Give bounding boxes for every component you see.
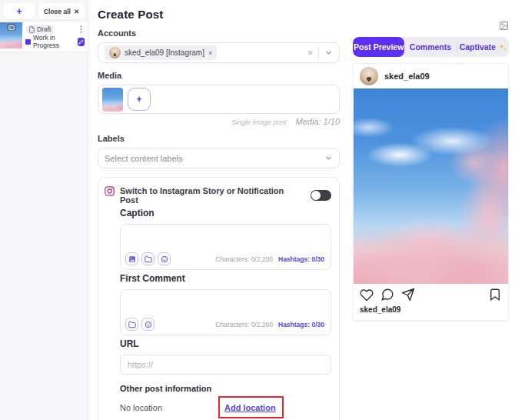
- sidebar-toolbar: + Close all ✕: [3, 3, 85, 19]
- sparkle-icon: [498, 43, 507, 52]
- status-color-swatch: [25, 39, 31, 45]
- instagram-icon: [105, 186, 115, 196]
- drafts-sidebar: + Close all ✕: [0, 0, 88, 420]
- document-icon: [29, 26, 35, 33]
- preview-footer-username: sked_ela09: [354, 305, 508, 320]
- create-post-panel: Create Post Accounts sked_ela09 [Instagr…: [88, 0, 347, 420]
- first-comment-characters-count: Characters: 0/2,200: [215, 321, 273, 328]
- location-status: No location: [120, 403, 218, 412]
- draft-type-label: Draft: [37, 25, 51, 33]
- media-tray: +: [98, 85, 340, 114]
- comment-icon[interactable]: [380, 288, 394, 302]
- labels-placeholder: Select content labels: [105, 154, 183, 163]
- share-icon[interactable]: [401, 288, 415, 302]
- draft-thumbnail[interactable]: [0, 22, 22, 48]
- folder-icon: [128, 321, 136, 328]
- draft-status-label: Work in Progress: [33, 34, 75, 49]
- media-thumbnail[interactable]: [102, 88, 123, 112]
- labels-label: Labels: [98, 134, 340, 143]
- close-all-button[interactable]: Close all ✕: [38, 3, 85, 19]
- new-post-button[interactable]: +: [3, 3, 35, 19]
- content-labels-select[interactable]: Select content labels: [98, 148, 340, 168]
- draft-type-pill: Draft: [25, 25, 55, 34]
- emoji-icon: [145, 321, 152, 328]
- add-media-button[interactable]: +: [128, 88, 151, 111]
- chevron-down-icon: [324, 154, 333, 162]
- app: + Close all ✕: [0, 0, 515, 420]
- emoji-button[interactable]: [141, 318, 154, 331]
- image-icon: [128, 255, 136, 263]
- plus-icon: +: [136, 94, 141, 105]
- instagram-post-preview: sked_ela09 sked_ela09: [353, 63, 509, 321]
- preview-image-icon[interactable]: [499, 21, 509, 31]
- story-switch-toggle[interactable]: [311, 190, 331, 201]
- preview-username: sked_ela09: [384, 72, 430, 81]
- caption-label: Caption: [120, 208, 331, 218]
- close-icon: ✕: [74, 8, 79, 15]
- accounts-select[interactable]: sked_ela09 [Instagram] × ×: [98, 42, 340, 63]
- first-comment-hashtags-count: Hashtags: 0/30: [278, 321, 324, 328]
- edit-draft-button[interactable]: [78, 38, 85, 46]
- chevron-down-icon[interactable]: [324, 48, 333, 57]
- pencil-icon: [78, 39, 84, 45]
- emoji-button[interactable]: [158, 252, 171, 265]
- first-comment-textarea[interactable]: Characters: 0/2,200 Hashtags: 0/30: [120, 289, 331, 335]
- preview-avatar: [360, 67, 378, 85]
- other-post-info-label: Other post information: [120, 384, 331, 393]
- first-comment-label: First Comment: [120, 273, 331, 284]
- single-image-note: Single image post: [231, 118, 287, 126]
- url-label: URL: [120, 338, 331, 349]
- emoji-icon: [161, 255, 168, 263]
- accounts-label: Accounts: [98, 28, 340, 38]
- plus-icon: +: [16, 5, 22, 17]
- preview-tabs: Post Preview Comments Captivate: [353, 37, 509, 57]
- preview-panel: Post Preview Comments Captivate sked_ela…: [347, 0, 515, 420]
- account-tag-label: sked_ela09 [Instagram]: [125, 48, 204, 57]
- remove-account-icon[interactable]: ×: [208, 49, 212, 57]
- caption-textarea[interactable]: Characters: 0/2,200 Hashtags: 0/30: [120, 224, 331, 270]
- account-avatar: [109, 47, 121, 58]
- save-icon[interactable]: [488, 288, 502, 302]
- account-tag: sked_ela09 [Instagram] ×: [105, 45, 217, 60]
- draft-menu-button[interactable]: [78, 25, 85, 33]
- insert-media-button[interactable]: [125, 252, 138, 265]
- tab-post-preview[interactable]: Post Preview: [353, 37, 404, 57]
- add-location-link[interactable]: Add location: [224, 403, 276, 412]
- select-divider: [318, 47, 319, 59]
- location-row: No location Add location: [120, 395, 331, 420]
- caption-hashtags-count: Hashtags: 0/30: [278, 255, 324, 263]
- folder-icon: [145, 255, 152, 263]
- preview-photo: [354, 88, 508, 284]
- network-tab-column: [98, 178, 120, 420]
- kebab-menu-icon: [78, 25, 85, 33]
- draft-card-body: Draft Work in Progress: [22, 22, 88, 52]
- instagram-settings-card: Switch to Instagram Story or Notificatio…: [98, 177, 340, 420]
- page-title: Create Post: [98, 8, 340, 21]
- saved-captions-button[interactable]: [141, 252, 154, 265]
- tab-comments[interactable]: Comments: [404, 37, 456, 57]
- media-count: Media: 1/10: [296, 117, 340, 126]
- media-label: Media: [98, 71, 340, 80]
- clear-select-icon[interactable]: ×: [307, 48, 313, 58]
- like-icon[interactable]: [360, 288, 374, 302]
- url-input[interactable]: [120, 355, 331, 375]
- saved-captions-button[interactable]: [125, 318, 138, 331]
- caption-characters-count: Characters: 0/2,200: [215, 255, 273, 263]
- tutorial-highlight-box: Add location: [218, 396, 284, 418]
- media-type-icon: [7, 24, 16, 31]
- draft-list-item[interactable]: Draft Work in Progress: [0, 22, 88, 52]
- tab-captivate[interactable]: Captivate: [457, 37, 509, 57]
- story-switch-label: Switch to Instagram Story or Notificatio…: [120, 186, 304, 205]
